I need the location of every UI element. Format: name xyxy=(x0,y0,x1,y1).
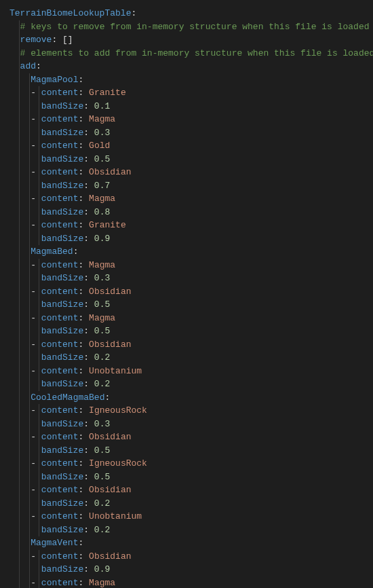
code-line: bandSize: 0.2 xyxy=(9,378,364,391)
code-line: MagmaVent: xyxy=(9,536,364,550)
code-line: - content: Obsidian xyxy=(9,338,364,352)
code-line: - content: Granite xyxy=(9,219,364,232)
code-line: - content: Magma xyxy=(9,259,364,272)
code-line: - content: IgneousRock xyxy=(9,457,364,471)
code-line: bandSize: 0.2 xyxy=(9,497,364,511)
code-line: - content: Obsidian xyxy=(9,550,364,564)
code-line: - content: Magma xyxy=(9,312,364,325)
code-line: add: xyxy=(9,60,364,73)
code-line: MagmaPool: xyxy=(9,73,364,87)
code-line: bandSize: 0.7 xyxy=(9,179,364,193)
code-line: - content: Magma xyxy=(9,113,364,126)
code-line: - content: Magma xyxy=(9,576,364,589)
code-line: bandSize: 0.9 xyxy=(9,232,364,246)
code-line: bandSize: 0.5 xyxy=(9,444,364,458)
code-line: CooledMagmaBed: xyxy=(9,391,364,405)
code-line: TerrainBiomeLookupTable: xyxy=(9,7,364,20)
code-line: bandSize: 0.5 xyxy=(9,298,364,312)
code-line: - content: Unobtanium xyxy=(9,365,364,378)
code-line: bandSize: 0.1 xyxy=(9,100,364,113)
code-line: bandSize: 0.3 xyxy=(9,126,364,140)
code-line: bandSize: 0.3 xyxy=(9,418,364,431)
code-line: # keys to remove from in-memory structur… xyxy=(9,20,364,34)
code-line: - content: Obsidian xyxy=(9,166,364,179)
code-line: - content: Obsidian xyxy=(9,430,364,444)
code-line: remove: [] xyxy=(9,33,364,47)
code-line: - content: Obsidian xyxy=(9,483,364,497)
code-line: bandSize: 0.2 xyxy=(9,351,364,365)
code-line: bandSize: 0.5 xyxy=(9,325,364,338)
code-line: - content: IgneousRock xyxy=(9,404,364,418)
code-line: bandSize: 0.5 xyxy=(9,153,364,166)
code-line: # elements to add from in-memory structu… xyxy=(9,47,364,60)
code-line: - content: Magma xyxy=(9,192,364,206)
code-line: - content: Granite xyxy=(9,86,364,100)
code-line: bandSize: 0.5 xyxy=(9,471,364,484)
code-line: bandSize: 0.9 xyxy=(9,563,364,576)
yaml-code-block: TerrainBiomeLookupTable: # keys to remov… xyxy=(9,7,364,588)
code-line: - content: Gold xyxy=(9,139,364,153)
code-line: MagmaBed: xyxy=(9,245,364,259)
code-line: bandSize: 0.3 xyxy=(9,272,364,285)
code-line: - content: Obsidian xyxy=(9,285,364,299)
code-line: bandSize: 0.8 xyxy=(9,206,364,219)
code-line: bandSize: 0.2 xyxy=(9,523,364,537)
code-line: - content: Unobtanium xyxy=(9,510,364,523)
